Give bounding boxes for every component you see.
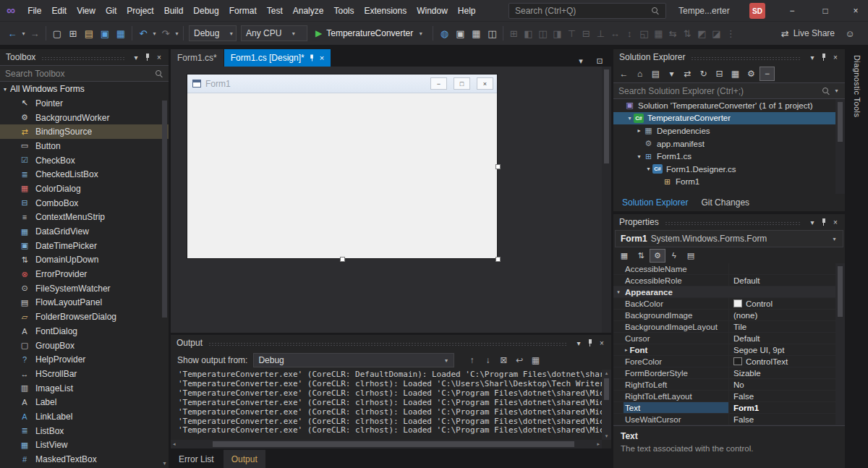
property-value[interactable]: Control	[729, 298, 835, 309]
toolbox-item[interactable]: ▢ GroupBox	[0, 339, 169, 353]
toolbox-item[interactable]: ▦ ListView	[0, 438, 169, 453]
property-value[interactable]: Tile	[729, 321, 835, 332]
output-horizontal-scrollbar[interactable]: ◂ ▸	[171, 440, 602, 448]
live-share-button[interactable]: ⇄ Live Share	[781, 28, 835, 39]
tree-item[interactable]: ⚙ app.manifest	[613, 137, 835, 150]
property-value[interactable]	[729, 286, 835, 297]
solution-platforms-dropdown[interactable]: Any CPU ▾	[241, 25, 307, 41]
expand-icon[interactable]: ▾	[635, 153, 643, 160]
property-value[interactable]: Default	[729, 275, 835, 286]
toolbox-item[interactable]: ? HelpProvider	[0, 352, 169, 367]
window-position-icon[interactable]: ▾	[807, 216, 818, 228]
resize-handle-bottom-right[interactable]	[495, 257, 501, 262]
tab-order-icon[interactable]: ⋮	[723, 25, 738, 42]
menu-item[interactable]: Debug	[188, 0, 224, 22]
sync-with-active-document-icon[interactable]: ⇄	[680, 67, 695, 81]
toolbox-item[interactable]: ↔ HScrollBar	[0, 367, 169, 381]
resize-handle-bottom[interactable]	[340, 257, 345, 262]
toolbox-scrollbar[interactable]: ▾	[161, 99, 169, 468]
window-position-icon[interactable]: ▾	[130, 51, 142, 63]
tree-item[interactable]: ⊞ Form1	[613, 176, 835, 189]
align-middles-icon[interactable]: ⊟	[579, 25, 593, 42]
toolbox-item[interactable]: ⊙ FileSystemWatcher	[0, 281, 169, 296]
pin-icon[interactable]	[584, 337, 596, 349]
scroll-up-icon[interactable]: ▴	[602, 370, 611, 376]
tool-window-tab[interactable]: Output	[224, 450, 265, 468]
tree-item[interactable]: ▸ ▦ Dependencies	[613, 124, 835, 137]
pin-icon[interactable]	[818, 216, 830, 228]
menu-item[interactable]: Extensions	[359, 0, 412, 22]
undo-icon[interactable]: ↶	[135, 25, 151, 42]
resize-handle-right[interactable]	[495, 164, 501, 169]
collapse-all-icon[interactable]: ⊟	[712, 67, 727, 81]
scroll-down-icon[interactable]: ▾	[602, 433, 611, 439]
editor-tab[interactable]: Form1.cs [Design]* ×	[224, 49, 331, 67]
property-row[interactable]: Cursor Default	[613, 333, 835, 344]
toolbox-search-input[interactable]: Search Toolbox	[0, 65, 169, 82]
scroll-right-icon[interactable]: ▸	[597, 440, 600, 448]
events-icon[interactable]: ϟ	[666, 249, 682, 263]
menu-item[interactable]: Project	[122, 0, 158, 22]
align-rights-icon[interactable]: ◨	[550, 25, 564, 42]
preview-selected-items-icon[interactable]: −	[760, 67, 775, 81]
selected-object-dropdown[interactable]: Form1 System.Windows.Forms.Form ▾	[615, 230, 843, 247]
toolbox-item[interactable]: ▤ FlowLayoutPanel	[0, 296, 169, 310]
toolbox-item[interactable]: ▦ DataGridView	[0, 224, 169, 239]
menu-item[interactable]: Window	[412, 0, 453, 22]
designer-vertical-scrollbar[interactable]	[602, 67, 611, 333]
toolbox-item[interactable]: ⊟ ComboBox	[0, 196, 169, 210]
property-row[interactable]: BackgroundImage (none)	[613, 310, 835, 321]
horizontal-spacing-icon[interactable]: ⇆	[665, 25, 680, 42]
live-visual-tree-icon[interactable]: ▣	[452, 25, 468, 42]
toolbox-item[interactable]: ▥ ImageList	[0, 381, 169, 396]
property-pages-icon[interactable]: ▤	[683, 249, 699, 263]
output-vertical-scrollbar[interactable]: ▴ ▾	[602, 370, 611, 440]
save-all-icon[interactable]: ▦	[113, 25, 129, 42]
toolbox-item[interactable]: ▭ Button	[0, 139, 169, 153]
menu-item[interactable]: File	[22, 0, 46, 22]
menu-item[interactable]: Format	[224, 0, 262, 22]
go-to-previous-message-icon[interactable]: ↑	[464, 353, 479, 367]
property-row[interactable]: BackgroundImageLayout Tile	[613, 321, 835, 333]
toolbox-item[interactable]: ⚙ BackgroundWorker	[0, 111, 169, 125]
go-to-next-message-icon[interactable]: ↓	[480, 353, 495, 367]
save-icon[interactable]: ▣	[97, 25, 113, 42]
tree-item[interactable]: ▣ Solution 'TemperatureConverter' (1 of …	[613, 99, 835, 112]
menu-item[interactable]: Analyze	[288, 0, 329, 22]
menu-item[interactable]: Git	[101, 0, 122, 22]
close-button[interactable]: ×	[843, 0, 868, 22]
property-row[interactable]: ▸ Font Segoe UI, 9pt	[613, 344, 835, 356]
property-value[interactable]: Form1	[729, 402, 835, 413]
designer-surface[interactable]: Form1 − □ ×	[171, 67, 611, 333]
scrollbar-thumb[interactable]	[604, 378, 609, 400]
show-grid-icon[interactable]: ▦	[468, 25, 484, 42]
tree-item[interactable]: ▾ C# Form1.Designer.cs	[613, 163, 835, 176]
scroll-left-icon[interactable]: ◂	[173, 440, 176, 448]
toolbox-item[interactable]: ≣ ListBox	[0, 424, 169, 438]
navigate-history-dropdown-icon[interactable]: ▾	[20, 30, 27, 37]
property-value[interactable]: Sizable	[729, 367, 835, 378]
toolbox-item[interactable]: ▦ ColorDialog	[0, 182, 169, 196]
close-icon[interactable]: ×	[153, 51, 165, 63]
toggle-designer-icon[interactable]: ⊡	[594, 55, 605, 67]
make-same-width-icon[interactable]: ↔	[608, 25, 622, 42]
property-row[interactable]: BackColor Control	[613, 298, 835, 310]
align-bottoms-icon[interactable]: ⊥	[593, 25, 608, 42]
properties-scrollbar[interactable]	[835, 263, 845, 425]
pending-changes-filter-icon[interactable]: ▾	[664, 67, 679, 81]
tree-item[interactable]: ▾ C# TemperatureConverter	[613, 112, 835, 125]
new-project-icon[interactable]: ▢	[49, 25, 65, 42]
property-row[interactable]: RightToLeftLayout False	[613, 391, 835, 402]
switch-views-icon[interactable]: ▤	[648, 67, 663, 81]
minimize-button[interactable]: −	[780, 0, 804, 22]
property-row[interactable]: UseWaitCursor False	[613, 414, 835, 425]
browse-with-icon[interactable]: ◍	[436, 25, 452, 42]
toolbox-section-all-windows-forms[interactable]: ▾ All Windows Forms	[0, 82, 169, 96]
toolbox-item[interactable]: ⇄ BindingSource	[0, 124, 169, 139]
properties-icon[interactable]: ⚙	[744, 67, 759, 81]
menu-item[interactable]: Help	[453, 0, 481, 22]
alphabetical-icon[interactable]: ⇅	[633, 249, 649, 263]
expand-icon[interactable]: ▸	[635, 127, 643, 134]
toolbox-item[interactable]: A FontDialog	[0, 324, 169, 339]
toggle-word-wrap-icon[interactable]: ↩	[512, 353, 527, 367]
